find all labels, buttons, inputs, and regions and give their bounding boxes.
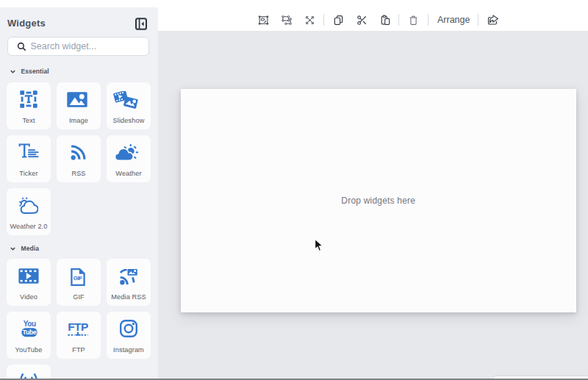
svg-text:GIF: GIF [74, 275, 82, 282]
svg-text:You: You [24, 320, 36, 328]
svg-text:Tube: Tube [23, 329, 37, 336]
svg-text:FTP: FTP [68, 322, 88, 333]
